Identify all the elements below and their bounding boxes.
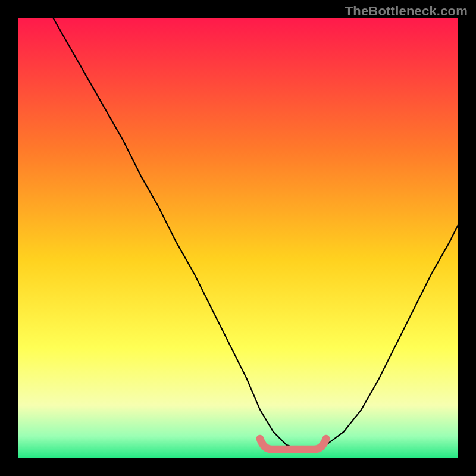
gradient-background [18,18,458,458]
chart-svg [18,18,458,458]
plot-area [18,18,458,458]
watermark-text: TheBottleneck.com [345,4,468,19]
chart-frame: TheBottleneck.com [0,0,476,476]
